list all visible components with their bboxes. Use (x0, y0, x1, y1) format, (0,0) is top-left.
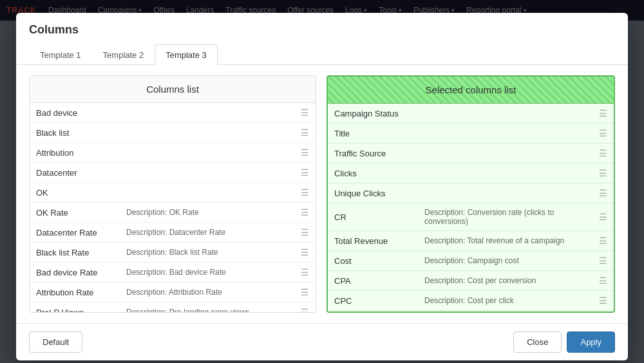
list-item[interactable]: Campaign Status ☰ (328, 104, 614, 124)
item-desc: Description: Black list Rate (126, 248, 218, 257)
list-item[interactable]: OK Rate Description: OK Rate ☰ (30, 203, 316, 223)
item-name: Total Revenue (334, 236, 412, 246)
item-name: Attribution (36, 148, 113, 158)
list-item[interactable]: Total Revenue Description: Total revenue… (328, 231, 614, 251)
drag-handle-icon[interactable]: ☰ (301, 227, 309, 237)
item-name: Attribution Rate (36, 288, 113, 297)
item-name: OK (36, 188, 113, 198)
item-desc: Description: Attribution Rate (126, 288, 222, 297)
item-name: Black list (36, 128, 113, 138)
selected-columns-list: Campaign Status ☰ Title ☰ Traffic Source… (328, 104, 614, 312)
item-name: Title (334, 129, 412, 138)
list-item[interactable]: PreLP Views Description: Pre-landing pag… (30, 302, 316, 312)
list-item[interactable]: Black list ☰ (30, 123, 316, 143)
list-item[interactable]: Datacenter ☰ (30, 163, 316, 183)
item-name: Bad device (36, 108, 113, 118)
columns-list: Bad device ☰ Black list ☰ Attribution ☰ … (30, 103, 316, 312)
list-item[interactable]: Clicks ☰ (328, 163, 614, 183)
item-desc: Description: Bad device Rate (126, 268, 226, 277)
modal-body: Columns list Bad device ☰ Black list ☰ A… (16, 65, 628, 323)
default-button[interactable]: Default (29, 331, 82, 353)
modal-overlay: Columns Template 1 Template 2 Template 3… (0, 0, 644, 363)
tab-template3[interactable]: Template 3 (155, 44, 218, 65)
list-item[interactable]: Unique Clicks ☰ (328, 183, 614, 203)
item-name: Bad device Rate (36, 268, 113, 277)
drag-handle-icon[interactable]: ☰ (599, 168, 607, 178)
item-name: Traffic Source (334, 149, 412, 158)
item-name: CR (334, 212, 412, 222)
drag-handle-icon[interactable]: ☰ (599, 128, 607, 138)
item-desc: Description: Cost per click (424, 296, 514, 305)
selected-columns-header: Selected columns list (328, 77, 614, 104)
item-name: PreLP Views (36, 308, 113, 313)
list-item[interactable]: OK ☰ (30, 183, 316, 203)
item-desc: Description: Pre-landing page views (126, 308, 249, 312)
item-desc: Description: Total revenue of a campaign (424, 236, 564, 245)
apply-button[interactable]: Apply (567, 331, 615, 353)
drag-handle-icon[interactable]: ☰ (599, 108, 607, 118)
list-item[interactable]: Datacenter Rate Description: Datacenter … (30, 223, 316, 243)
item-name: Datacenter (36, 168, 113, 178)
drag-handle-icon[interactable]: ☰ (599, 236, 607, 246)
drag-handle-icon[interactable]: ☰ (301, 207, 309, 218)
drag-handle-icon[interactable]: ☰ (301, 247, 309, 257)
columns-modal: Columns Template 1 Template 2 Template 3… (16, 13, 628, 360)
drag-handle-icon[interactable]: ☰ (599, 256, 607, 266)
item-desc: Description: OK Rate (126, 208, 199, 217)
drag-handle-icon[interactable]: ☰ (301, 127, 309, 138)
list-item[interactable]: Black list Rate Description: Black list … (30, 243, 316, 263)
columns-list-panel: Columns list Bad device ☰ Black list ☰ A… (29, 75, 316, 313)
item-desc: Description: Campaign cost (424, 256, 519, 265)
drag-handle-icon[interactable]: ☰ (599, 148, 607, 158)
drag-handle-icon[interactable]: ☰ (301, 187, 309, 198)
drag-handle-icon[interactable]: ☰ (301, 107, 309, 118)
tab-template1[interactable]: Template 1 (29, 44, 92, 65)
drag-handle-icon[interactable]: ☰ (599, 275, 607, 286)
item-name: Datacenter Rate (36, 228, 113, 237)
item-name: CPC (334, 296, 412, 306)
item-desc: Description: Conversion rate (clicks to … (424, 208, 599, 226)
list-item[interactable]: CR Description: Conversion rate (clicks … (328, 203, 614, 231)
drag-handle-icon[interactable]: ☰ (301, 167, 309, 178)
list-item[interactable]: Title ☰ (328, 124, 614, 144)
item-desc: Description: Cost per conversion (424, 276, 536, 285)
tab-template2[interactable]: Template 2 (92, 44, 155, 65)
item-name: Cost (334, 256, 412, 266)
selected-columns-panel: Selected columns list Campaign Status ☰ … (327, 75, 615, 313)
item-name: Unique Clicks (334, 189, 412, 198)
modal-footer: Default Close Apply (16, 323, 628, 360)
columns-list-header: Columns list (30, 76, 316, 103)
drag-handle-icon[interactable]: ☰ (301, 267, 309, 277)
close-button[interactable]: Close (513, 331, 562, 353)
list-item[interactable]: CPC Description: Cost per click ☰ (328, 291, 614, 311)
item-name: Clicks (334, 169, 412, 178)
modal-title: Columns (29, 23, 615, 37)
list-item[interactable]: CPA Description: Cost per conversion ☰ (328, 271, 614, 291)
item-name: Black list Rate (36, 248, 113, 257)
list-item[interactable]: Attribution Rate Description: Attributio… (30, 283, 316, 302)
drag-handle-icon[interactable]: ☰ (301, 287, 309, 297)
list-item[interactable]: Cost Description: Campaign cost ☰ (328, 251, 614, 271)
drag-handle-icon[interactable]: ☰ (599, 295, 607, 306)
item-name: Campaign Status (334, 109, 412, 118)
drag-handle-icon[interactable]: ☰ (599, 212, 607, 222)
list-item[interactable]: Bad device ☰ (30, 103, 316, 123)
item-desc: Description: Datacenter Rate (126, 228, 225, 237)
list-item[interactable]: Attribution ☰ (30, 143, 316, 163)
drag-handle-icon[interactable]: ☰ (599, 188, 607, 198)
modal-header: Columns Template 1 Template 2 Template 3 (16, 13, 628, 65)
drag-handle-icon[interactable]: ☰ (301, 307, 309, 312)
list-item[interactable]: Traffic Source ☰ (328, 144, 614, 163)
item-name: CPA (334, 276, 412, 286)
item-name: OK Rate (36, 208, 113, 218)
drag-handle-icon[interactable]: ☰ (301, 147, 309, 158)
list-item[interactable]: Bad device Rate Description: Bad device … (30, 263, 316, 283)
tabs-container: Template 1 Template 2 Template 3 (29, 44, 615, 65)
